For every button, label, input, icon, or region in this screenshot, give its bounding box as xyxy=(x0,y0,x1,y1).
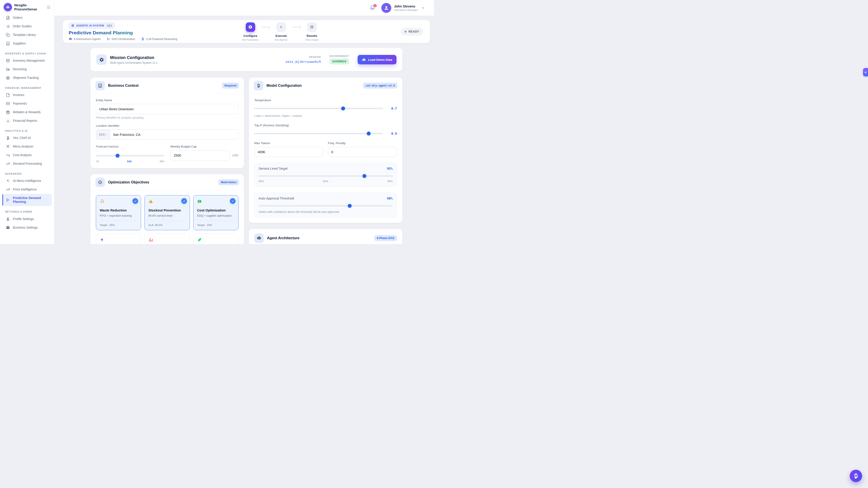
auto-approval-slider[interactable] xyxy=(258,205,393,206)
step-caption: Run Agents xyxy=(275,38,287,41)
business-icon-box xyxy=(95,81,105,90)
brand-name: Nexgile-ProcureSense xyxy=(14,3,41,11)
sidebar-item-template-library[interactable]: Template Library xyxy=(2,31,52,39)
building-icon xyxy=(98,84,102,88)
file-text-icon xyxy=(6,16,10,20)
crosshair-icon xyxy=(98,180,102,185)
hero-left: AGENTIC AI SYSTEM v2.1 Predictive Demand… xyxy=(69,23,177,41)
service-tick-min: 80% xyxy=(258,180,264,183)
max-tokens-label: Max Tokens xyxy=(254,141,323,145)
model-config-title: Model Configuration xyxy=(267,84,302,88)
selected-check-icon xyxy=(181,198,187,204)
hamburger-menu-icon[interactable] xyxy=(46,5,51,9)
objective-card-waste-reduction[interactable]: Waste ReductionFIFO + expiration trackin… xyxy=(96,195,141,230)
sidebar-section-title: SCENARIOS xyxy=(5,172,49,175)
budget-cap-label: Weekly Budget Cap xyxy=(170,145,239,148)
sidebar-item-cost-analysis[interactable]: Cost Analysis xyxy=(2,151,52,160)
sidebar-item-label: Cost Analysis xyxy=(13,153,32,157)
sidebar-item-suppliers[interactable]: Suppliers xyxy=(2,39,52,48)
target-icon xyxy=(6,76,10,80)
sidebar-item-predictive-demand-planning[interactable]: Predictive Demand Planning xyxy=(2,194,52,206)
objectives-icon-box xyxy=(95,177,105,187)
objective-title: Waste Reduction xyxy=(100,208,137,212)
step-configure[interactable]: ConfigureSet Parameters xyxy=(240,22,260,41)
sidebar-item-financial-reports[interactable]: Financial Reports xyxy=(2,117,52,125)
user-menu[interactable]: John Stevens Operations Manager xyxy=(381,3,425,13)
step-execute[interactable]: ExecuteRun Agents xyxy=(271,22,291,41)
location-input[interactable] xyxy=(110,130,238,139)
agent-icon-box xyxy=(254,233,264,243)
temperature-slider[interactable] xyxy=(254,108,383,109)
sidebar-item-invoices[interactable]: Invoices xyxy=(2,91,52,99)
credit-card-icon xyxy=(6,102,10,106)
gear-icon xyxy=(248,25,252,29)
budget-cap-input[interactable] xyxy=(170,150,230,160)
sidebar-item-menu-analyzer[interactable]: Menu Analyzer xyxy=(2,142,52,151)
sidebar-item-orders[interactable]: Orders xyxy=(2,13,52,22)
objective-cards-row2 xyxy=(96,234,239,244)
sidebar-section-title: INVENTORY & SUPPLY CHAIN xyxy=(5,52,49,55)
sidebar-item-payments[interactable]: Payments xyxy=(2,99,52,108)
sidebar-item-rebates-rewards[interactable]: Rebates & Rewards xyxy=(2,108,52,117)
system-badge-label: AGENTIC AI SYSTEM xyxy=(76,24,104,27)
multi-select-badge: Multi-Select xyxy=(218,180,239,185)
service-level-thumb[interactable] xyxy=(363,174,366,178)
play-icon xyxy=(279,25,283,29)
briefcase-icon xyxy=(6,225,10,230)
dag-icon xyxy=(107,37,110,41)
environment-block: ENVIRONMENT SANDBOX xyxy=(330,55,349,64)
sidebar-item-inventory-management[interactable]: Inventory Management xyxy=(2,57,52,65)
forecast-slider-thumb[interactable] xyxy=(116,154,120,158)
business-context-card: Business Context Required Entity Name Pr… xyxy=(90,77,244,168)
sidebar-item-receiving[interactable]: Receiving xyxy=(2,65,52,74)
service-tick-max: 99% xyxy=(387,180,393,183)
sidebar-item-ai-menu-intelligence[interactable]: AI Menu Intelligence xyxy=(2,177,52,185)
leaf-icon xyxy=(197,237,202,242)
objective-card-partial[interactable] xyxy=(96,234,141,244)
sidebar-item-shipment-tracking[interactable]: Shipment Tracking xyxy=(2,74,52,82)
objective-card-partial[interactable] xyxy=(193,234,239,244)
sidebar-item-label: AI Menu Intelligence xyxy=(13,179,41,183)
top-p-slider[interactable] xyxy=(254,133,383,134)
session-block: SESSION sess_mjsbrcuuwxkz5 xyxy=(285,56,321,64)
objective-target: Target: -15% xyxy=(197,221,235,227)
sidebar-item-demand-forecasting[interactable]: Demand Forecasting xyxy=(2,160,52,168)
head-gear-icon xyxy=(141,37,145,41)
user-role: Operations Manager xyxy=(394,8,418,11)
sidebar-item-price-intelligence[interactable]: Price Intelligence xyxy=(2,185,52,194)
sidebar-item-business-settings[interactable]: Business Settings xyxy=(2,223,52,232)
step-caption: Set Parameters xyxy=(242,38,259,41)
hero-banner: AGENTIC AI SYSTEM v2.1 Predictive Demand… xyxy=(63,20,430,43)
sidebar-item-label: Profile Settings xyxy=(13,217,34,221)
objective-card-partial[interactable] xyxy=(145,234,190,244)
auto-approval-thumb[interactable] xyxy=(348,204,352,208)
required-badge: Required xyxy=(222,83,239,89)
step-caption: View Output xyxy=(305,38,318,41)
forecast-horizon-slider[interactable] xyxy=(96,155,164,156)
top-p-thumb[interactable] xyxy=(367,132,371,135)
page-title: Predictive Demand Planning xyxy=(69,30,133,35)
objective-card-cost-optimization[interactable]: Cost OptimizationEOQ + supplier optimiza… xyxy=(193,195,239,230)
session-label: SESSION xyxy=(285,56,321,58)
sidebar-item-order-guides[interactable]: Order Guides xyxy=(2,22,52,31)
max-tokens-input[interactable] xyxy=(254,147,323,157)
objective-desc: 99.5% service level xyxy=(148,214,186,217)
freq-penalty-input[interactable] xyxy=(328,147,397,157)
sparkles-icon xyxy=(6,179,10,183)
notifications-button[interactable]: 5 xyxy=(370,5,375,10)
sidebar-item-profile-settings[interactable]: Profile Settings xyxy=(2,215,52,223)
top-p-label: Top-P (Nucleus Sampling) xyxy=(254,124,397,127)
load-demo-data-button[interactable]: Load Demo Data xyxy=(358,55,397,64)
temperature-thumb[interactable] xyxy=(341,107,345,110)
entity-name-input[interactable] xyxy=(96,104,239,114)
service-level-slider[interactable] xyxy=(258,175,393,177)
step-results[interactable]: ResultsView Output xyxy=(302,22,322,41)
list-icon xyxy=(6,24,10,29)
mission-configuration-card: Mission Configuration Multi-Agent Orches… xyxy=(90,48,402,71)
entity-name-helper: Primary identifier for analytics groupin… xyxy=(96,116,239,119)
objective-card-stockout-prevention[interactable]: Stockout Prevention99.5% service levelSL… xyxy=(145,195,190,230)
sidebar-item-yes-chef-ai[interactable]: Yes, Chef! AI xyxy=(2,134,52,142)
step-arrow-icon xyxy=(291,25,302,30)
bars-icon xyxy=(148,237,153,242)
banknote-icon xyxy=(197,199,202,204)
